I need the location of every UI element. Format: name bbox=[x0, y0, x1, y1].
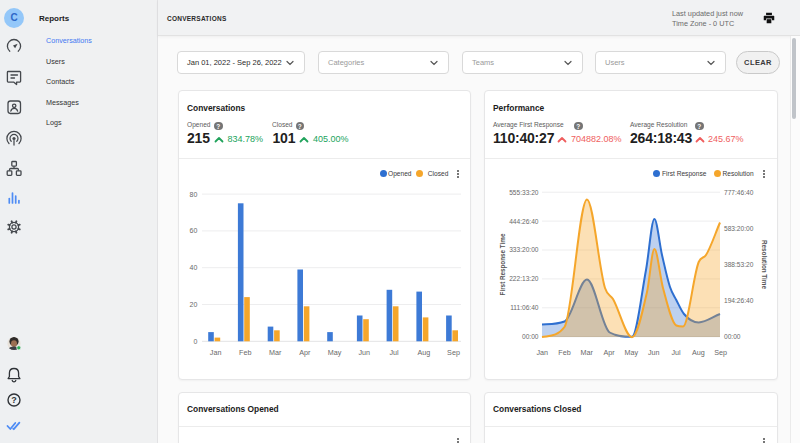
svg-text:Aug: Aug bbox=[692, 348, 705, 357]
svg-text:Jun: Jun bbox=[648, 348, 660, 357]
svg-text:Feb: Feb bbox=[558, 348, 570, 357]
svg-text:May: May bbox=[328, 348, 342, 357]
svg-text:333:20:00: 333:20:00 bbox=[509, 246, 539, 253]
svg-text:583:20:00: 583:20:00 bbox=[724, 225, 754, 232]
svg-text:0: 0 bbox=[193, 338, 197, 345]
svg-text:80: 80 bbox=[190, 191, 198, 198]
svg-text:Aug: Aug bbox=[417, 348, 430, 357]
svg-text:Mar: Mar bbox=[581, 348, 594, 357]
svg-text:Jul: Jul bbox=[671, 348, 681, 357]
svg-text:Jun: Jun bbox=[359, 348, 371, 357]
svg-text:388:53:20: 388:53:20 bbox=[724, 261, 754, 268]
svg-text:555:33:20: 555:33:20 bbox=[509, 189, 539, 196]
svg-text:60: 60 bbox=[190, 227, 198, 234]
svg-text:Sep: Sep bbox=[714, 348, 727, 357]
svg-text:Jan: Jan bbox=[536, 348, 548, 357]
svg-text:Mar: Mar bbox=[269, 348, 282, 357]
svg-text:May: May bbox=[625, 348, 639, 357]
svg-text:444:26:40: 444:26:40 bbox=[509, 218, 539, 225]
svg-text:Feb: Feb bbox=[239, 348, 251, 357]
svg-text:40: 40 bbox=[190, 264, 198, 271]
svg-text:Apr: Apr bbox=[604, 348, 616, 357]
svg-text:777:46:40: 777:46:40 bbox=[724, 189, 754, 196]
svg-text:194:26:40: 194:26:40 bbox=[724, 297, 754, 304]
svg-text:Apr: Apr bbox=[299, 348, 311, 357]
svg-text:Resolution Time: Resolution Time bbox=[761, 240, 768, 289]
svg-text:?: ? bbox=[11, 395, 17, 405]
svg-text:222:13:20: 222:13:20 bbox=[509, 275, 539, 282]
svg-text:Jan: Jan bbox=[210, 348, 222, 357]
svg-text:20: 20 bbox=[190, 301, 198, 308]
svg-text:Sep: Sep bbox=[447, 348, 460, 357]
svg-text:Jul: Jul bbox=[389, 348, 399, 357]
svg-text:00:00: 00:00 bbox=[522, 333, 539, 340]
svg-text:First Response Time: First Response Time bbox=[499, 233, 507, 295]
svg-text:00:00: 00:00 bbox=[724, 333, 741, 340]
svg-text:111:06:40: 111:06:40 bbox=[510, 304, 539, 311]
